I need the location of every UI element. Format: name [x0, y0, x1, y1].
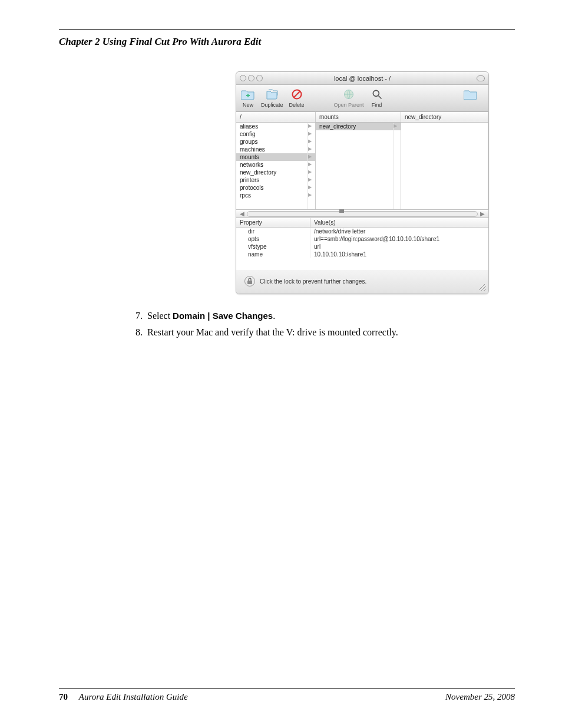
table-row[interactable]: optsurl==smb://login:password@10.10.10.1…: [236, 235, 488, 243]
property-table-header: Property Value(s): [236, 218, 488, 228]
table-row[interactable]: name10.10.10.10:/share1: [236, 251, 488, 258]
list-item[interactable]: new_directory▶: [316, 123, 401, 130]
table-row[interactable]: vfstypeurl: [236, 243, 488, 251]
page-number: 70: [59, 692, 68, 701]
step-number: 8.: [135, 327, 147, 338]
lock-icon[interactable]: [244, 276, 255, 286]
toolbar-label: Duplicate: [261, 102, 283, 108]
list-item[interactable]: printers▶: [236, 176, 315, 184]
table-row[interactable]: dir/network/drive letter: [236, 228, 488, 235]
svg-point-3: [373, 90, 379, 96]
step-8: 8. Restart your Mac and verify that the …: [135, 327, 515, 338]
property-table: dir/network/drive letter optsurl==smb://…: [236, 228, 488, 270]
resize-handle-icon[interactable]: [479, 284, 486, 291]
delete-button[interactable]: Delete: [289, 87, 305, 108]
step-7: 7. Select Domain | Save Changes.: [135, 311, 515, 321]
footer-guide-title: Aurora Edit Installation Guide: [79, 692, 188, 701]
toolbar: New Duplicate Delete Open Parent Find: [236, 85, 488, 112]
toolbar-label: Find: [372, 102, 382, 108]
magnifier-icon: [370, 87, 384, 101]
toolbar-label: [470, 102, 472, 108]
list-item[interactable]: mounts▶: [236, 153, 315, 161]
browser-column-3[interactable]: [401, 123, 488, 209]
list-item[interactable]: config▶: [236, 130, 315, 138]
scroll-left-icon[interactable]: ◀: [240, 210, 244, 217]
page-footer: 70 Aurora Edit Installation Guide Novemb…: [59, 688, 515, 702]
chapter-heading: Chapter 2 Using Final Cut Pro With Auror…: [59, 36, 515, 48]
page-top-rule: [59, 29, 515, 30]
property-header-value[interactable]: Value(s): [310, 218, 339, 227]
property-header-key[interactable]: Property: [236, 218, 310, 227]
horizontal-scrollbar[interactable]: ◀ ▶: [236, 210, 488, 218]
scrollbar[interactable]: [393, 123, 400, 209]
svg-line-1: [294, 91, 300, 97]
step-text: Restart your Mac and verify that the V: …: [147, 327, 515, 338]
browser-column-headers: / mounts new_directory: [236, 112, 488, 123]
new-button[interactable]: New: [241, 87, 255, 108]
list-item[interactable]: protocols▶: [236, 184, 315, 192]
folder-icon: [464, 87, 478, 101]
browser-column-1[interactable]: aliases▶ config▶ groups▶ machines▶ mount…: [236, 123, 316, 209]
folder-duplicate-icon: [265, 87, 279, 101]
column-header-root[interactable]: /: [236, 112, 316, 122]
window-title: local @ localhost - /: [236, 75, 488, 82]
toolbar-label: Open Parent: [334, 102, 364, 108]
column-header-newdir[interactable]: new_directory: [401, 112, 488, 122]
list-item[interactable]: rpcs▶: [236, 192, 315, 199]
find-button[interactable]: Find: [370, 87, 384, 108]
duplicate-button[interactable]: Duplicate: [261, 87, 283, 108]
toolbar-label: New: [243, 102, 253, 108]
browser-column-2[interactable]: new_directory▶: [316, 123, 401, 209]
no-entry-icon: [290, 87, 304, 101]
footer-date: November 25, 2008: [445, 692, 515, 702]
list-item[interactable]: networks▶: [236, 161, 315, 169]
scroll-right-icon[interactable]: ▶: [480, 210, 485, 217]
window-titlebar: local @ localhost - /: [236, 72, 488, 85]
folder-plus-icon: [241, 87, 255, 101]
column-browser: aliases▶ config▶ groups▶ machines▶ mount…: [236, 123, 488, 210]
instruction-steps: 7. Select Domain | Save Changes. 8. Rest…: [135, 311, 515, 338]
lock-text: Click the lock to prevent further change…: [260, 278, 366, 285]
lock-row: Click the lock to prevent further change…: [236, 270, 488, 294]
svg-rect-5: [247, 281, 252, 284]
list-item[interactable]: aliases▶: [236, 123, 315, 130]
step-number: 7.: [135, 311, 147, 321]
scrollbar[interactable]: [308, 123, 315, 209]
list-item[interactable]: machines▶: [236, 146, 315, 153]
column-header-mounts[interactable]: mounts: [316, 112, 401, 122]
toolbar-label: Delete: [289, 102, 305, 108]
svg-line-4: [378, 96, 381, 99]
globe-up-icon: [342, 87, 356, 101]
domain-folder-button[interactable]: [464, 87, 478, 108]
open-parent-button[interactable]: Open Parent: [334, 87, 364, 108]
netinfo-window: local @ localhost - / New Duplicate Dele…: [236, 71, 489, 294]
list-item[interactable]: groups▶: [236, 138, 315, 146]
list-item[interactable]: new_directory▶: [236, 169, 315, 176]
step-text: Select Domain | Save Changes.: [147, 311, 515, 321]
